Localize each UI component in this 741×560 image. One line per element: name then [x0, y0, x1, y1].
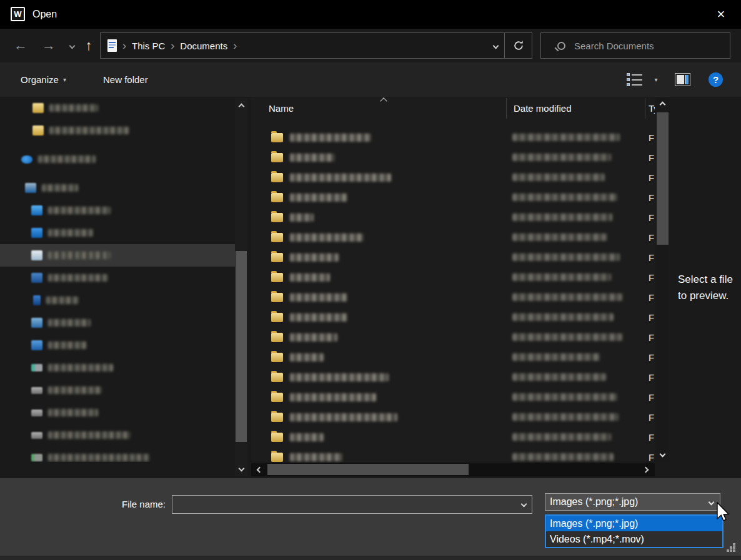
scroll-up-arrow[interactable]: [235, 101, 247, 112]
file-type-option[interactable]: Images (*.png;*.jpg): [546, 516, 722, 531]
sidebar-item[interactable]: [0, 379, 235, 401]
new-folder-button[interactable]: New folder: [103, 62, 148, 97]
file-row[interactable]: F: [251, 307, 655, 327]
column-header-date-modified[interactable]: Date modified: [514, 103, 572, 114]
search-input[interactable]: [574, 41, 725, 51]
file-row[interactable]: F: [251, 327, 655, 347]
sidebar-item[interactable]: [0, 401, 235, 424]
sidebar-item[interactable]: [0, 267, 235, 289]
sidebar-item[interactable]: [0, 312, 235, 334]
chevron-down-icon: [709, 499, 715, 506]
file-row[interactable]: F: [251, 407, 655, 427]
folder-icon: [271, 253, 283, 262]
horizontal-scrollbar[interactable]: [251, 463, 655, 476]
file-row[interactable]: F: [251, 287, 655, 307]
sidebar-item[interactable]: [0, 222, 235, 244]
scroll-right-arrow[interactable]: [639, 463, 652, 476]
column-divider[interactable]: [506, 98, 507, 119]
command-toolbar: Organize ▾ New folder ▾ ?: [0, 62, 741, 97]
close-button[interactable]: ×: [706, 0, 736, 29]
sidebar-item[interactable]: [0, 446, 235, 462]
change-view-button[interactable]: [627, 73, 644, 87]
caret-down-icon: ▾: [63, 76, 66, 83]
scroll-down-arrow[interactable]: [656, 448, 669, 460]
sort-ascending-icon: [380, 97, 387, 104]
dialog-body: Name Date modified Ty F: [0, 97, 741, 478]
column-header-row: Name Date modified Ty: [251, 97, 655, 120]
up-button[interactable]: ↑: [78, 29, 99, 62]
sidebar-item[interactable]: [0, 356, 235, 379]
file-row[interactable]: F: [251, 387, 655, 407]
forward-button[interactable]: →: [38, 29, 59, 62]
address-bar[interactable]: › This PC › Documents ›: [100, 32, 532, 59]
chevron-down-icon[interactable]: [521, 501, 527, 508]
date-modified-redacted: [512, 134, 620, 141]
resize-grip[interactable]: [727, 543, 740, 556]
sidebar-item-label-redacted: [49, 104, 98, 112]
sidebar-item[interactable]: [0, 97, 235, 119]
sidebar-item-icon: [31, 318, 42, 328]
date-modified-redacted: [512, 313, 614, 321]
sidebar-item[interactable]: [0, 334, 235, 356]
date-modified-redacted: [512, 333, 622, 341]
file-row[interactable]: F: [251, 427, 655, 447]
date-modified-redacted: [512, 154, 611, 161]
column-header-name[interactable]: Name: [269, 103, 294, 114]
horizontal-scrollbar-thumb[interactable]: [267, 464, 469, 475]
scroll-down-arrow[interactable]: [235, 463, 247, 474]
sidebar-item-icon: [32, 125, 44, 135]
sidebar-item[interactable]: [0, 148, 235, 170]
sidebar-item-icon: [33, 295, 41, 305]
file-row[interactable]: F: [251, 227, 655, 247]
file-name-input[interactable]: [175, 496, 512, 513]
organize-button[interactable]: Organize ▾: [21, 62, 66, 97]
sidebar-item[interactable]: [0, 199, 235, 222]
sidebar-scrollbar-thumb[interactable]: [236, 251, 247, 442]
file-type-option[interactable]: Videos (*.mp4;*.mov): [546, 531, 722, 547]
folder-icon: [271, 453, 283, 462]
scroll-left-arrow[interactable]: [252, 463, 266, 476]
sidebar-item-icon: [31, 273, 42, 283]
preview-pane-toggle-button[interactable]: [675, 73, 690, 86]
refresh-icon: [513, 40, 524, 51]
breadcrumb-this-pc[interactable]: This PC: [132, 41, 165, 51]
file-row[interactable]: F: [251, 267, 655, 287]
title-bar: W Open ×: [0, 0, 741, 29]
breadcrumb-documents[interactable]: Documents: [180, 41, 227, 51]
file-name-redacted: [290, 413, 397, 421]
file-type-select[interactable]: Images (*.png;*.jpg): [545, 493, 720, 511]
sidebar-item[interactable]: [0, 424, 235, 446]
folder-icon: [271, 393, 283, 402]
file-row[interactable]: F: [251, 187, 655, 207]
back-button[interactable]: ←: [10, 29, 31, 62]
list-scrollbar[interactable]: [656, 97, 669, 462]
scroll-up-arrow[interactable]: [656, 98, 669, 111]
sidebar-scrollbar[interactable]: [235, 98, 247, 476]
list-scrollbar-thumb[interactable]: [657, 112, 669, 245]
sidebar-item[interactable]: [0, 289, 235, 312]
file-name-redacted: [290, 194, 347, 202]
mouse-cursor: [716, 502, 731, 524]
sidebar-item[interactable]: [0, 177, 235, 199]
file-type-text: F: [649, 412, 654, 423]
file-name-redacted: [290, 353, 324, 361]
sidebar-item[interactable]: [0, 244, 235, 267]
file-type-text: F: [649, 152, 654, 163]
navigation-pane: [0, 97, 235, 462]
folder-icon: [271, 133, 283, 142]
file-row[interactable]: F: [251, 147, 655, 167]
file-row[interactable]: F: [251, 167, 655, 187]
column-divider[interactable]: [645, 98, 645, 119]
sidebar-item[interactable]: [0, 119, 235, 142]
file-row[interactable]: F: [251, 127, 655, 147]
refresh-button[interactable]: [504, 33, 532, 58]
file-name-redacted: [290, 154, 335, 162]
file-row[interactable]: F: [251, 347, 655, 367]
file-row[interactable]: F: [251, 247, 655, 267]
file-row[interactable]: F: [251, 207, 655, 227]
file-row[interactable]: F: [251, 367, 655, 387]
column-header-type[interactable]: Ty: [649, 103, 655, 114]
help-button[interactable]: ?: [709, 72, 723, 87]
views-dropdown-button[interactable]: ▾: [650, 62, 662, 97]
file-type-text: F: [649, 272, 654, 283]
